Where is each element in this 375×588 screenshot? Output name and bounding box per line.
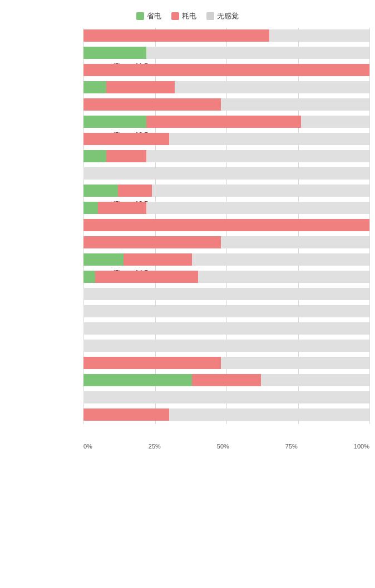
bar-row: iPhone 8 [83, 286, 369, 302]
bar-pink [98, 202, 146, 214]
bar-row: iPhone 11 ProMax [83, 62, 369, 78]
bar-row: iPhone 12 Pro [83, 114, 369, 129]
bar-pink [106, 150, 146, 162]
chart-container: 省电 耗电 无感觉 iPhone 11iPhone 11 ProiPhone 1… [6, 6, 369, 455]
legend-label-green: 省电 [147, 11, 161, 21]
bar-row: iPhone XR [83, 372, 369, 388]
bar-pink [106, 81, 175, 93]
x-label-100: 100% [354, 443, 369, 450]
bar-track [83, 374, 369, 386]
bar-pink [192, 374, 260, 386]
bar-row: iPhone 13 Pro [83, 183, 369, 198]
legend-dot-pink [171, 12, 179, 20]
x-label-25: 25% [149, 443, 161, 450]
bar-pink [124, 253, 192, 266]
x-label-50: 50% [217, 443, 229, 450]
bar-pink [83, 408, 169, 421]
bar-track [83, 47, 369, 59]
bar-row: iPhone XS Max [83, 407, 369, 422]
legend-dot-green [136, 12, 144, 20]
rows-wrapper: iPhone 11iPhone 11 ProiPhone 11 ProMaxiP… [83, 28, 369, 422]
bar-track [83, 133, 369, 145]
bar-row: iPhone 14 ProMax [83, 269, 369, 285]
legend-item-pink: 耗电 [171, 11, 196, 21]
x-axis: 0% 25% 50% 75% 100% [6, 443, 369, 450]
bar-green [83, 202, 98, 214]
bar-green [83, 47, 146, 59]
bar-track [83, 116, 369, 128]
x-label-0: 0% [83, 443, 92, 450]
bar-pink [83, 64, 369, 76]
bar-track [83, 340, 369, 352]
legend-dot-gray [206, 12, 214, 20]
bar-track [83, 98, 369, 111]
bar-track [83, 219, 369, 231]
bar-green [83, 253, 124, 266]
bar-row: iPhone 11 Pro [83, 45, 369, 61]
grid-line-100 [369, 28, 370, 424]
bar-row: iPhone 14 Plus [83, 235, 369, 250]
bar-pink [95, 271, 198, 283]
bar-row: iPhone 12 mini [83, 97, 369, 112]
bar-track [83, 64, 369, 76]
bar-green [83, 374, 192, 386]
bar-pink [83, 98, 221, 111]
bar-pink [118, 185, 152, 197]
bar-row: iPhone 8 Plus [83, 303, 369, 319]
bar-pink [83, 29, 269, 42]
bar-pink [146, 116, 301, 128]
bar-track [83, 185, 369, 197]
bar-track [83, 391, 369, 403]
bar-row: iPhone 12 ProMax [83, 131, 369, 147]
bar-green [83, 271, 95, 283]
bar-row: iPhone 12 [83, 79, 369, 95]
bar-row: iPhone 13 [83, 148, 369, 164]
bar-track [83, 202, 369, 214]
bar-track [83, 305, 369, 317]
bar-row: iPhone SE 第2代 [83, 321, 369, 336]
bar-track [83, 29, 369, 42]
bar-row: iPhone 11 [83, 28, 369, 43]
bar-track [83, 236, 369, 248]
legend: 省电 耗电 无感觉 [6, 11, 369, 21]
bar-pink [83, 219, 369, 231]
bar-track [83, 288, 369, 300]
bar-track [83, 167, 369, 180]
bar-row: iPhone XS [83, 390, 369, 405]
bar-row: iPhone 14 Pro [83, 252, 369, 267]
bar-row: iPhone SE 第3代 [83, 338, 369, 353]
bar-track [83, 322, 369, 335]
legend-item-green: 省电 [136, 11, 161, 21]
bar-green [83, 150, 106, 162]
x-label-75: 75% [285, 443, 298, 450]
bar-track [83, 81, 369, 93]
chart-area: iPhone 11iPhone 11 ProiPhone 11 ProMaxiP… [6, 28, 369, 441]
bar-track [83, 271, 369, 283]
legend-item-gray: 无感觉 [206, 11, 239, 21]
bar-row: iPhone 13 mini [83, 166, 369, 181]
bar-row: iPhone X [83, 355, 369, 371]
bar-pink [83, 236, 221, 248]
bar-row: iPhone 13 ProMax [83, 200, 369, 216]
bar-green [83, 81, 106, 93]
bar-track [83, 253, 369, 266]
bar-row: iPhone 14 [83, 217, 369, 233]
bar-track [83, 150, 369, 162]
legend-label-gray: 无感觉 [217, 11, 239, 21]
bar-track [83, 408, 369, 421]
bar-green [83, 116, 146, 128]
bar-track [83, 357, 369, 369]
bar-pink [83, 357, 221, 369]
legend-label-pink: 耗电 [182, 11, 196, 21]
bar-pink [83, 133, 169, 145]
bar-green [83, 185, 118, 197]
